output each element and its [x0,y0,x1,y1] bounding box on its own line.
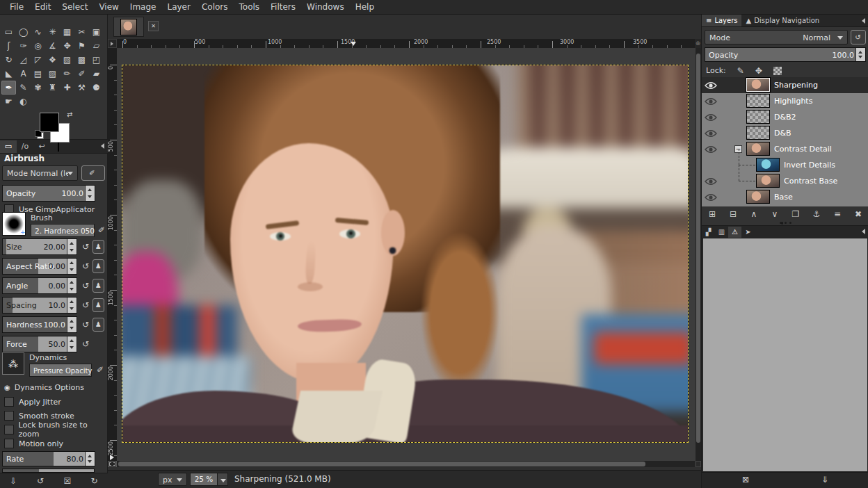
tab-undo-history[interactable]: ↩ [33,140,50,153]
reset-size-button[interactable]: ↺ [80,241,91,252]
save-tool-preset-button[interactable]: ⇩ [6,476,20,486]
tool-cage-transform-icon[interactable]: ▩ [74,53,89,67]
tool-paths-icon[interactable]: ʃ [1,39,16,53]
tool-heal-icon[interactable]: ✚ [60,81,74,95]
lock-brush-size-checkbox[interactable]: Lock brush size to zoom [4,425,107,434]
layer-row-base[interactable]: Base [702,189,868,205]
zoom-follow-window-button[interactable]: ◎ [695,39,701,48]
hardness-spin-buttons[interactable] [67,317,77,332]
close-image-icon[interactable]: ✕ [148,21,159,31]
visibility-eye-icon[interactable] [705,127,721,139]
reset-angle-button[interactable]: ↺ [80,280,91,291]
tool-gradient-icon[interactable]: ▤ [31,67,45,81]
aspect-ratio-slider[interactable]: Aspect Ratio 0.00 [2,258,77,275]
tool-measure-icon[interactable]: ∡ [45,39,60,53]
layer-row-contrast-detail[interactable]: − Contrast Detail [702,141,868,157]
layer-opacity-spin-buttons[interactable] [855,48,865,61]
tool-paint-select-icon[interactable]: ✾ [31,81,45,95]
tool-fuzzy-select-icon[interactable]: ✳ [45,25,60,39]
vertical-scrollbar[interactable] [696,48,701,461]
opacity-spin-buttons[interactable] [85,186,95,201]
tool-perspective-icon[interactable]: ◸ [31,53,45,67]
canvas-viewport[interactable] [117,48,696,461]
tool-scissors-select-icon[interactable]: ✂ [74,25,89,39]
aspect-spin-buttons[interactable] [67,259,77,274]
tool-rotate-icon[interactable]: ↻ [1,53,16,67]
lock-position-icon[interactable]: ✥ [755,66,762,76]
tab-pointer[interactable]: ▥ [715,227,728,238]
horizontal-scrollbar[interactable] [117,461,695,467]
visibility-eye-icon[interactable] [705,143,721,155]
menu-select[interactable]: Select [56,0,93,14]
layer-row-contrast-base[interactable]: Contrast Base [702,173,868,189]
size-spin-buttons[interactable] [67,239,77,254]
edit-brush-button[interactable]: ✐ [96,225,107,236]
layer-thumbnail[interactable] [746,94,770,108]
tool-select-by-color-icon[interactable]: ▦ [60,25,74,39]
tab-display-navigation[interactable]: ▲ Display Navigation [741,15,823,26]
tool-dodge-burn-icon[interactable]: ◐ [16,95,31,108]
horizontal-scrollbar-thumb[interactable] [118,462,645,466]
tool-perspective-clone-icon[interactable]: ⚒ [74,81,89,95]
force-slider[interactable]: Force 50.0 [2,336,77,352]
restore-tool-preset-button[interactable]: ↺ [33,476,47,486]
anchor-layer-button[interactable]: ⚓ [808,209,825,219]
menu-filters[interactable]: Filters [265,0,301,14]
lower-layer-button[interactable]: ∨ [766,209,783,219]
menu-edit[interactable]: Edit [29,0,56,14]
tool-unified-transform-icon[interactable]: ❖ [45,53,60,67]
layer-row-invert-details[interactable]: Invert Details [702,157,868,173]
dock-menu-arrow-icon[interactable] [862,229,865,234]
tool-free-select-icon[interactable]: ∿ [31,25,45,39]
zoom-input[interactable]: 25 % [190,473,218,486]
quick-mask-toggle[interactable] [108,461,117,467]
rate-slider[interactable]: Rate 80.0 [2,451,95,466]
image-tab[interactable] [113,17,144,37]
vertical-scrollbar-thumb[interactable] [696,54,700,443]
lock-pixels-icon[interactable]: ✎ [737,66,744,76]
dynamics-select-box[interactable]: Pressure Opacity [29,364,92,377]
visibility-eye-icon[interactable] [705,111,721,123]
menu-help[interactable]: Help [350,0,380,14]
dynamics-options-expander[interactable]: ◉ Dynamics Options [4,383,84,392]
rate-spin-buttons[interactable] [85,452,95,466]
tool-crop-icon[interactable]: ▱ [89,39,104,53]
tool-clone-stamp-icon[interactable]: ♜ [45,81,60,95]
link-size-button[interactable]: ♟ [93,240,104,254]
brush-select-box[interactable]: 2. Hardness 050 [31,224,95,237]
unit-combo[interactable]: px [158,473,187,486]
layer-row-db2[interactable]: D&B2 [702,109,868,125]
navigation-preview-button[interactable] [696,461,701,467]
tool-handle-transform-icon[interactable]: ◰ [89,53,104,67]
tool-pencil-icon[interactable]: ✏ [60,67,74,81]
tool-rectangle-select-icon[interactable]: ▭ [1,25,16,39]
layer-row-sharpening[interactable]: Sharpening [702,77,868,93]
tab-tool-options[interactable]: ▭ [0,140,17,153]
spacing-spin-buttons[interactable] [67,298,77,313]
duplicate-layer-button[interactable]: ❐ [787,209,804,219]
tool-shear-icon[interactable]: ◿ [16,53,31,67]
visibility-eye-icon[interactable] [705,95,721,107]
reset-spacing-button[interactable]: ↺ [80,300,91,311]
new-group-button[interactable]: ⊟ [725,209,741,219]
reset-hardness-button[interactable]: ↺ [80,319,91,330]
visibility-eye-icon[interactable] [705,79,721,91]
ruler-corner-menu-button[interactable] [108,39,117,48]
visibility-eye-icon[interactable] [705,175,721,187]
menu-file[interactable]: File [4,0,29,14]
tool-blur-sharpen-icon[interactable]: ⚈ [89,81,104,95]
tool-airbrush-icon[interactable]: ✒ [1,81,16,95]
force-spin-buttons[interactable] [67,336,77,352]
link-hardness-button[interactable]: ♟ [93,318,104,332]
delete-tool-preset-button[interactable]: ☒ [61,476,74,486]
layer-row-highlights[interactable]: Highlights [702,93,868,109]
link-angle-button[interactable]: ♟ [93,279,104,293]
save-log-button[interactable]: ⇓ [821,475,828,485]
lock-alpha-icon[interactable] [773,67,782,75]
link-spacing-button[interactable]: ♟ [93,298,104,312]
layer-thumbnail[interactable] [746,126,770,140]
layer-thumbnail[interactable] [746,190,770,204]
tool-3d-transform-icon[interactable]: ▧ [60,53,74,67]
size-slider[interactable]: Size 20.00 [2,238,77,255]
menu-tools[interactable]: Tools [234,0,266,14]
